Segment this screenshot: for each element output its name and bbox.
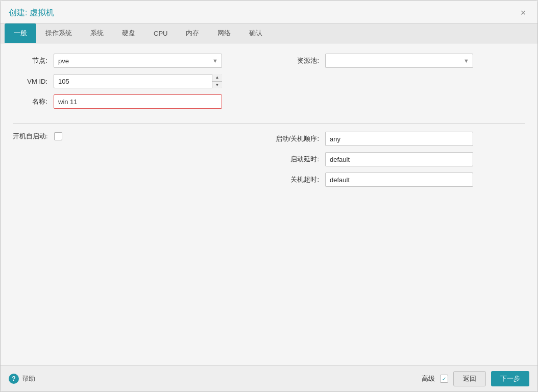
next-button[interactable]: 下一步	[491, 371, 529, 386]
shutdown-timeout-row: 关机超时:	[269, 173, 525, 187]
shutdown-timeout-label: 关机超时:	[269, 175, 325, 184]
close-button[interactable]: ×	[517, 7, 529, 19]
shutdown-timeout-input[interactable]	[325, 173, 473, 187]
tab-cpu[interactable]: CPU	[144, 24, 177, 42]
tab-disk[interactable]: 硬盘	[113, 23, 144, 43]
help-label: 帮助	[22, 374, 35, 383]
tab-system[interactable]: 系统	[81, 23, 113, 43]
autostart-checkbox-wrapper	[54, 132, 62, 140]
vmid-decrement-button[interactable]: ▼	[212, 82, 222, 89]
node-select-wrapper: pve ▼	[54, 54, 222, 68]
help-icon: ?	[9, 374, 19, 384]
node-label: 节点:	[13, 56, 54, 65]
dialog-footer: ? 帮助 高级 ✓ 返回 下一步	[1, 365, 537, 391]
top-section: 节点: pve ▼ VM ID: ▲ ▼	[13, 54, 525, 115]
right-column: 资源池: ▼	[269, 54, 525, 115]
name-input[interactable]	[54, 94, 222, 109]
resource-row: 资源池: ▼	[269, 54, 525, 68]
advanced-checkbox[interactable]: ✓	[440, 375, 448, 383]
create-vm-dialog: 创建: 虚拟机 × 一般 操作系统 系统 硬盘 CPU 内存 网络 确认 节点:…	[0, 0, 538, 392]
boot-delay-label: 启动延时:	[269, 155, 325, 164]
autostart-row: 开机自启动:	[13, 132, 269, 141]
autostart-checkbox[interactable]	[54, 132, 62, 140]
dialog-header: 创建: 虚拟机 ×	[1, 1, 537, 23]
back-button[interactable]: 返回	[453, 371, 486, 386]
vmid-label: VM ID:	[13, 78, 54, 85]
vmid-input[interactable]	[54, 74, 222, 88]
boot-order-input[interactable]	[325, 132, 473, 146]
tab-os[interactable]: 操作系统	[36, 23, 81, 43]
autostart-label: 开机自启动:	[13, 132, 54, 141]
bottom-section: 开机自启动: 启动/关机顺序: 启动延时:	[13, 132, 525, 193]
help-button[interactable]: ? 帮助	[9, 374, 35, 384]
footer-left: ? 帮助	[9, 374, 35, 384]
boot-delay-row: 启动延时:	[269, 152, 525, 166]
resource-select[interactable]	[325, 54, 473, 68]
node-select[interactable]: pve	[54, 54, 222, 68]
boot-order-row: 启动/关机顺序:	[269, 132, 525, 146]
name-row: 名称:	[13, 94, 269, 109]
vmid-increment-button[interactable]: ▲	[212, 74, 222, 82]
boot-delay-input[interactable]	[325, 152, 473, 166]
name-label: 名称:	[13, 97, 54, 106]
advanced-label: 高级	[422, 374, 435, 383]
tab-memory[interactable]: 内存	[177, 23, 208, 43]
bottom-right-column: 启动/关机顺序: 启动延时: 关机超时:	[269, 132, 525, 193]
node-row: 节点: pve ▼	[13, 54, 269, 68]
footer-right: 高级 ✓ 返回 下一步	[422, 371, 529, 386]
tab-general[interactable]: 一般	[5, 23, 36, 43]
resource-label: 资源池:	[269, 56, 325, 65]
divider	[13, 123, 525, 124]
tab-network[interactable]: 网络	[208, 23, 240, 43]
resource-select-wrapper: ▼	[325, 54, 473, 68]
dialog-title: 创建: 虚拟机	[9, 8, 54, 18]
bottom-left-column: 开机自启动:	[13, 132, 269, 193]
vmid-row: VM ID: ▲ ▼	[13, 74, 269, 88]
dialog-body: 节点: pve ▼ VM ID: ▲ ▼	[1, 43, 537, 365]
vmid-spinner-wrapper: ▲ ▼	[54, 74, 222, 88]
boot-order-label: 启动/关机顺序:	[269, 134, 325, 143]
vmid-spinner-arrows: ▲ ▼	[212, 74, 222, 88]
tab-bar: 一般 操作系统 系统 硬盘 CPU 内存 网络 确认	[1, 23, 537, 43]
left-column: 节点: pve ▼ VM ID: ▲ ▼	[13, 54, 269, 115]
tab-confirm[interactable]: 确认	[240, 23, 272, 43]
